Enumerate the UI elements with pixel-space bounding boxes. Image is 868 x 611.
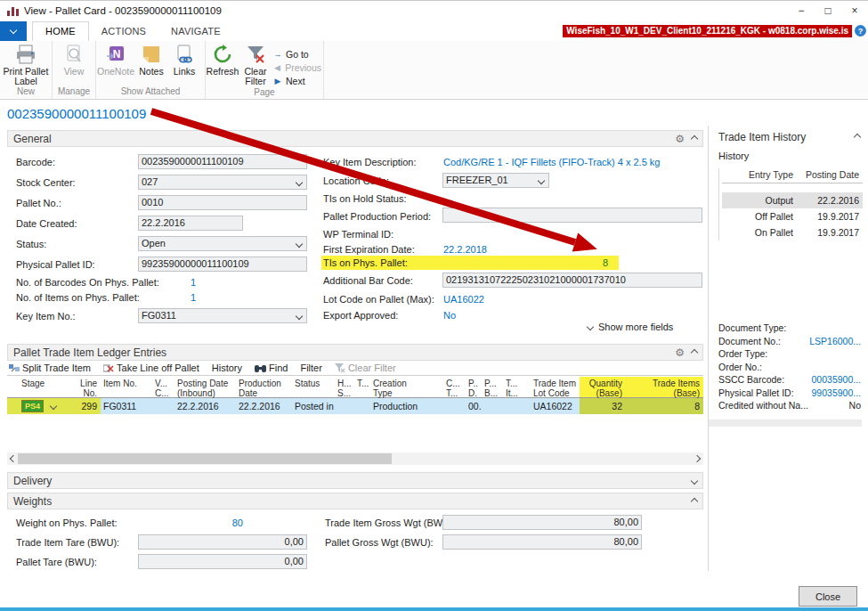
location-code-select[interactable]: FREEZER_01 (442, 173, 549, 188)
pallet-tare-input[interactable]: 0,00 (138, 554, 307, 569)
history-row[interactable]: Output 22.2.2016 (722, 192, 863, 208)
onenote-button[interactable]: N OneNote (96, 44, 135, 77)
find-button[interactable]: Find (255, 363, 288, 373)
next-button[interactable]: ▶Next (272, 74, 321, 87)
trade-item-tare-input[interactable]: 0,00 (138, 534, 307, 550)
split-trade-item-button[interactable]: Split Trade Item (9, 363, 91, 373)
collapse-ledger-icon[interactable] (691, 348, 698, 355)
filter-button[interactable]: Filter (300, 363, 321, 373)
cell-pb[interactable] (482, 398, 503, 414)
no-barcodes-value[interactable]: 1 (138, 277, 196, 288)
scrollbar-thumb[interactable] (18, 453, 392, 464)
tab-home[interactable]: HOME (32, 21, 89, 42)
scroll-right-icon[interactable] (691, 456, 703, 461)
col-posting-date[interactable]: Posting Date(Inbound) (174, 377, 236, 398)
stock-center-select[interactable]: 027 (138, 175, 307, 190)
print-pallet-label-button[interactable]: Print Pallet Label (0, 44, 52, 86)
tab-navigate[interactable]: NAVIGATE (158, 22, 233, 41)
links-button[interactable]: Links (167, 44, 201, 77)
collapse-weights-icon[interactable] (691, 497, 698, 504)
cell-item-no[interactable]: FG0311 (101, 398, 152, 414)
date-created-input[interactable]: 22.2.2016 (138, 216, 243, 231)
first-expiration-value[interactable]: 22.2.2018 (443, 244, 487, 255)
app-menu-button[interactable] (0, 21, 27, 41)
col-trade-items-base[interactable]: Trade Items(Base) (626, 377, 703, 398)
ledger-section-header[interactable]: Pallet Trade Item Ledger Entries ⚙ (7, 344, 703, 361)
take-line-off-pallet-button[interactable]: Take Line off Pallet (103, 363, 199, 373)
col-pd[interactable]: P..D. (466, 377, 482, 398)
col-tit[interactable]: T...It... (503, 377, 526, 398)
collapse-general-icon[interactable] (691, 134, 698, 142)
col-t[interactable]: T... (354, 377, 370, 398)
col-posting-date-fb[interactable]: Posting Date (793, 168, 859, 183)
col-ct[interactable]: C...T... (443, 377, 466, 398)
col-vc[interactable]: V...C... (152, 377, 174, 398)
cell-t[interactable] (354, 398, 370, 414)
fb-field-value[interactable]: LSP16000... (809, 336, 861, 346)
expand-delivery-icon[interactable] (691, 477, 698, 484)
tab-actions[interactable]: ACTIONS (89, 22, 158, 41)
chevron-down-icon[interactable] (50, 403, 57, 410)
col-hs[interactable]: H...S... (335, 377, 354, 398)
export-approved-value[interactable]: No (443, 310, 456, 321)
factbox-history-section[interactable]: History (718, 151, 749, 161)
weight-on-pallet-value[interactable]: 80 (138, 517, 243, 528)
general-section-header[interactable]: General ⚙ (7, 130, 703, 147)
pallet-no-input[interactable]: 0010 (138, 195, 307, 210)
physical-pallet-id-input[interactable]: 99235900000011100109 (138, 257, 307, 272)
col-quantity-base[interactable]: Quantity(Base) (580, 377, 626, 398)
cell-tit[interactable] (503, 398, 526, 414)
maximize-icon[interactable]: □ (815, 1, 841, 20)
previous-button[interactable]: ◀Previous (272, 61, 321, 74)
col-line-no[interactable]: LineNo. (76, 377, 101, 398)
col-stage[interactable]: Stage (7, 377, 76, 398)
cell-creation-type[interactable]: Production (370, 398, 443, 414)
cell-stage[interactable]: PS4 (7, 398, 76, 414)
help-icon[interactable]: ? (855, 25, 866, 37)
no-items-value[interactable]: 1 (138, 292, 196, 303)
col-pb[interactable]: P...B... (482, 377, 503, 398)
lot-code-value[interactable]: UA16022 (443, 294, 484, 305)
history-row[interactable]: Off Pallet 19.9.2017 (722, 208, 863, 224)
gear-icon[interactable]: ⚙ (675, 134, 685, 144)
pallet-prod-period-input[interactable] (442, 208, 702, 223)
gear-icon[interactable]: ⚙ (675, 347, 685, 358)
status-select[interactable]: Open (138, 236, 307, 251)
refresh-button[interactable]: Refresh (206, 44, 239, 77)
cell-ct[interactable] (443, 398, 466, 414)
key-item-no-select[interactable]: FG0311 (138, 308, 307, 323)
view-button[interactable]: View (53, 44, 95, 77)
cell-line-no[interactable]: 299 (76, 398, 101, 414)
cell-quantity-base[interactable]: 32 (580, 398, 626, 414)
cell-lot-code[interactable]: UA16022 (526, 398, 580, 414)
col-lot-code[interactable]: Trade ItemLot Code (526, 377, 580, 398)
col-entry-type[interactable]: Entry Type (722, 168, 793, 183)
key-item-desc-value[interactable]: Cod/KG/RE 1 - IQF Fillets (FIFO-Track) 4… (443, 157, 660, 167)
minimize-icon[interactable]: − (788, 1, 815, 20)
col-status[interactable]: Status (292, 377, 335, 398)
clear-filter-button[interactable]: Clear Filter (239, 44, 272, 86)
fb-field-value[interactable]: 00035900... (812, 374, 861, 385)
trade-item-gross-input[interactable]: 80,00 (442, 515, 642, 530)
history-row[interactable]: On Pallet 19.9.2017 (722, 224, 863, 240)
cell-posting-date[interactable]: 22.2.2016 (174, 398, 236, 414)
barcode-input[interactable]: 0023590000011100109 (138, 154, 307, 169)
history-button[interactable]: History (212, 363, 242, 373)
horizontal-scrollbar[interactable] (7, 452, 703, 465)
weights-section-header[interactable]: Weights (7, 493, 703, 509)
clear-filter-button-toolbar[interactable]: Clear Filter (335, 363, 396, 373)
notes-button[interactable]: Notes (135, 44, 167, 77)
close-icon[interactable]: × (841, 1, 868, 20)
additional-barcode-input[interactable]: 021931310722250231021000001737010 (442, 273, 702, 288)
fb-field-value[interactable]: 99035900... (812, 387, 861, 398)
cell-hs[interactable] (335, 398, 354, 414)
pallet-gross-input[interactable]: 80,00 (442, 534, 642, 550)
cell-production-date[interactable]: 22.2.2016 (236, 398, 292, 414)
goto-button[interactable]: →Go to (272, 47, 321, 61)
cell-status[interactable]: Posted in (N... (292, 398, 335, 414)
col-creation-type[interactable]: CreationType (370, 377, 443, 398)
cell-trade-items-base[interactable]: 8 (626, 398, 703, 414)
col-item-no[interactable]: Item No. (101, 377, 152, 398)
col-production-date[interactable]: ProductionDate (236, 377, 292, 398)
close-button[interactable]: Close (799, 586, 857, 607)
